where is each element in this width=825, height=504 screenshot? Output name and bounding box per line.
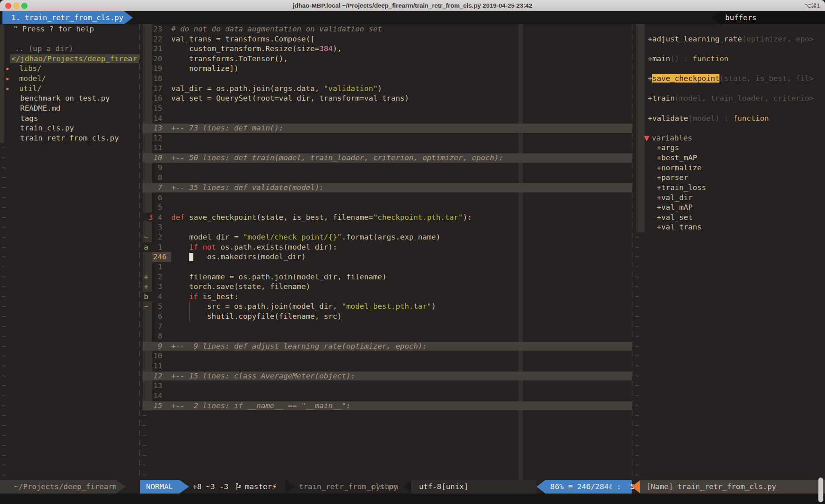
tag-var-parser[interactable]: +parser <box>633 173 825 183</box>
scrollbar-thumb[interactable] <box>818 477 823 502</box>
code-line[interactable]: 3 <box>141 222 632 232</box>
line-number: 10 <box>149 351 162 361</box>
code-line[interactable]: 8 <box>141 331 632 341</box>
tab-train-retr-from-cls[interactable]: 1. train_retr_from_cls.py <box>2 11 133 24</box>
empty-line-tilde: ~ <box>633 262 825 272</box>
tree-item-train-retr[interactable]: train_retr_from_cls.py <box>0 133 139 143</box>
window-separator-left[interactable] <box>139 24 140 480</box>
code-line[interactable]: 11 <box>141 143 632 153</box>
fold-validate[interactable]: 7+-- 35 lines: def validate(model): <box>141 183 632 193</box>
signify-change-sign: ~ <box>143 232 152 242</box>
code-line[interactable]: 16val_set = QuerySet(root=val_dir, trans… <box>141 93 632 103</box>
empty-line-tilde: ~ <box>0 381 139 391</box>
code-line[interactable]: 15 <box>141 103 632 114</box>
tag-validate[interactable]: +validate(model) : function <box>633 114 825 124</box>
tag-var-val-set[interactable]: +val_set <box>633 213 825 223</box>
tag-var-normalize[interactable]: +normalize <box>633 163 825 173</box>
tree-item-util[interactable]: ▸ util/ <box>0 84 139 94</box>
line-number: 1 <box>149 262 162 272</box>
tag-var-args[interactable]: +args <box>633 143 825 153</box>
vim-terminal-window: jdhao-MBP.local ~/Projects/deep_firearm/… <box>0 0 825 504</box>
tag-main[interactable]: +main() : function <box>633 54 825 64</box>
code-line[interactable]: 6 <box>141 193 632 203</box>
tree-item-train-cls[interactable]: train_cls.py <box>0 123 139 133</box>
line-number: 3 <box>149 222 162 232</box>
line-number: 22 <box>149 34 162 44</box>
code-line[interactable]: 2~ model_dir = "model/check_point/{}".fo… <box>141 232 632 242</box>
code-line[interactable]: 20 transforms.ToTensor(), <box>141 54 632 64</box>
code-line[interactable]: 19 normalize]) <box>141 64 632 74</box>
mode-indicator: NORMAL <box>140 480 179 494</box>
empty-line-tilde: ~ <box>0 391 139 401</box>
code-line[interactable]: 4_3def save_checkpoint(state, is_best, f… <box>141 213 632 223</box>
buffers-label-segment[interactable]: buffers <box>711 11 825 24</box>
tag-section-variables[interactable]: ▼ variables <box>633 133 825 143</box>
code-line[interactable]: 10 <box>141 351 632 361</box>
tag-var-val-dir[interactable]: +val_dir <box>633 193 825 203</box>
line-number: 17 <box>149 84 162 94</box>
empty-line-tilde: ~ <box>0 262 139 272</box>
empty-line-tilde: ~ <box>141 421 632 431</box>
powerline-arrow <box>179 480 189 494</box>
tree-item-up-dir[interactable]: .. (up a dir) <box>0 44 139 54</box>
code-line[interactable]: 1 <box>141 262 632 272</box>
code-line[interactable]: 12 <box>141 133 632 143</box>
empty-line-tilde: ~ <box>0 202 139 213</box>
fold-average-meter[interactable]: 12+-- 15 lines: class AverageMeter(objec… <box>141 371 632 381</box>
code-line[interactable]: 17val_dir = os.path.join(args.data, "val… <box>141 84 632 94</box>
fold-main-guard[interactable]: 15+-- 2 lines: if __name__ == "__main__"… <box>141 401 632 411</box>
code-line[interactable]: 13 <box>141 381 632 391</box>
window-separator-right[interactable] <box>632 24 632 480</box>
code-line[interactable]: 23# do not do data augmentation on valid… <box>141 24 632 34</box>
tag-save-checkpoint-selected[interactable]: +save_checkpoint(state, is_best, fil> <box>633 74 825 84</box>
empty-line-tilde: ~ <box>633 282 825 292</box>
empty-line-tilde: ~ <box>0 193 139 203</box>
vim-command-line[interactable] <box>0 494 825 504</box>
code-line[interactable]: 4b if is_best: <box>141 292 632 302</box>
tree-help-line: " Press ? for help <box>0 24 139 34</box>
tag-var-best-map[interactable]: +best_mAP <box>633 153 825 163</box>
tree-item-readme[interactable]: README.md <box>0 103 139 114</box>
code-line[interactable]: 6 shutil.copyfile(filename, src) <box>141 312 632 322</box>
tree-item-tags[interactable]: tags <box>0 114 139 124</box>
code-line[interactable]: 9 <box>141 163 632 173</box>
tree-item-libs[interactable]: ▸ libs/ <box>0 64 139 74</box>
empty-line-tilde: ~ <box>0 460 139 470</box>
tag-train[interactable]: +train(model, train_loader, criterio> <box>633 93 825 103</box>
code-line[interactable]: 14 <box>141 391 632 401</box>
fold-train[interactable]: 10+-- 50 lines: def train(model, train_l… <box>141 153 632 163</box>
tag-adjust-learning-rate[interactable]: +adjust_learning_rate(optimizer, epo> <box>633 34 825 44</box>
tree-item-benchmark[interactable]: benchmark_on_test.py <box>0 93 139 103</box>
empty-line-tilde: ~ <box>633 272 825 282</box>
code-line[interactable]: 11 <box>141 361 632 371</box>
code-line[interactable]: 3+ torch.save(state, filename) <box>141 282 632 292</box>
lightning-icon: ⚡ <box>272 480 277 494</box>
fold-adjust-learning-rate[interactable]: 9+-- 9 lines: def adjust_learning_rate(o… <box>141 341 632 351</box>
encoding-label: utf-8[unix] <box>419 480 468 494</box>
empty-line-tilde: ~ <box>141 411 632 421</box>
tag-var-val-map[interactable]: +val_mAP <box>633 202 825 213</box>
code-line[interactable]: 14 <box>141 114 632 124</box>
code-line[interactable]: 22val_trans = transforms.Compose([ <box>141 34 632 44</box>
empty-line-tilde: ~ <box>633 411 825 421</box>
empty-line-tilde: ~ <box>0 292 139 302</box>
tree-root-path[interactable]: </jdhao/Projects/deep_firear› <box>0 54 139 64</box>
vim-cursor-block <box>189 253 193 261</box>
code-line[interactable]: 1a if not os.path.exists(model_dir): <box>141 242 632 252</box>
code-line[interactable]: 2+ filename = os.path.join(model_dir, fi… <box>141 272 632 282</box>
empty-line-tilde: ~ <box>633 312 825 322</box>
code-line[interactable]: 8 <box>141 173 632 183</box>
empty-line-tilde: ~ <box>0 421 139 431</box>
git-hunks-summary: +8 ~3 -3 <box>193 480 228 494</box>
code-line[interactable]: 18 <box>141 74 632 84</box>
code-line[interactable]: 5 <box>141 202 632 213</box>
empty-line-tilde: ~ <box>633 430 825 440</box>
tree-item-model[interactable]: ▸ model/ <box>0 74 139 84</box>
current-code-line[interactable]: 246 os.makedirs(model_dir) <box>141 252 632 262</box>
tag-var-val-trans[interactable]: +val_trans <box>633 222 825 232</box>
fold-main[interactable]: 13+-- 73 lines: def main(): <box>141 123 632 133</box>
code-line[interactable]: 7 <box>141 322 632 332</box>
code-line[interactable]: 5~ src = os.path.join(model_dir, "model_… <box>141 302 632 312</box>
code-line[interactable]: 21 custom_transform.Resize(size=384), <box>141 44 632 54</box>
tag-var-train-loss[interactable]: +train_loss <box>633 183 825 193</box>
